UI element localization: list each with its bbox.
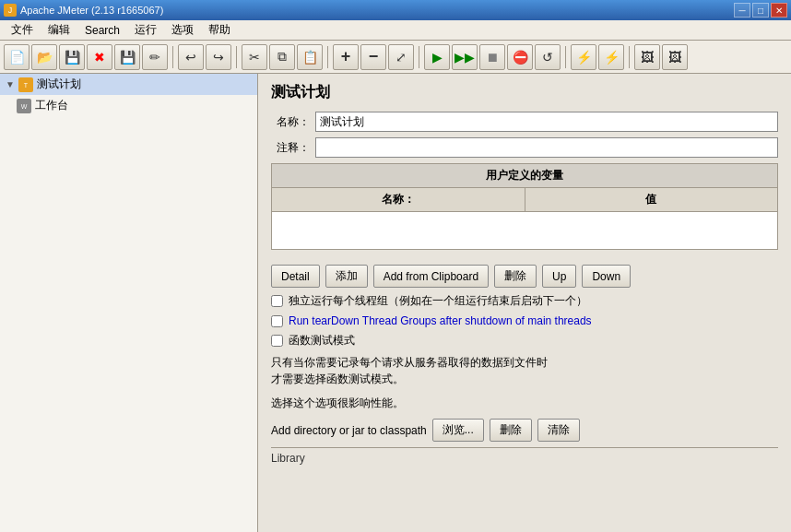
menu-run[interactable]: 运行 <box>127 20 164 40</box>
func-test-checkbox[interactable] <box>271 335 283 347</box>
add-button[interactable]: 添加 <box>325 265 368 288</box>
expand-arrow-test: ▼ <box>6 79 15 89</box>
teardown-checkbox[interactable] <box>271 315 283 327</box>
maximize-button[interactable]: □ <box>752 3 769 18</box>
remote-start-button[interactable]: ⚡ <box>571 44 596 70</box>
down-button[interactable]: Down <box>582 265 631 288</box>
toolbar: 📄 📂 💾 ✖ 💾 ✏ ↩ ↪ ✂ ⧉ 📋 + − ⤢ ▶ ▶▶ ⏹ ⛔ ↺ ⚡… <box>0 41 791 74</box>
panel-title: 测试计划 <box>271 83 778 102</box>
cut-button[interactable]: ✂ <box>242 44 267 70</box>
comment-input[interactable] <box>315 137 778 158</box>
menu-file[interactable]: 文件 <box>4 20 41 40</box>
clear-all-button[interactable]: ↺ <box>535 44 561 70</box>
independent-run-label: 独立运行每个线程组（例如在一个组运行结束后启动下一个） <box>289 293 587 309</box>
window-title: Apache JMeter (2.13 r1665067) <box>20 5 163 16</box>
comment-label: 注释： <box>271 140 310 156</box>
toolbar-separator <box>172 46 173 68</box>
workbench-icon: W <box>17 99 31 113</box>
image-button[interactable]: 🖼 <box>634 44 660 70</box>
toolbar-separator6 <box>629 46 630 68</box>
toolbar-separator3 <box>327 46 328 68</box>
add-node-button[interactable]: + <box>333 44 359 70</box>
tree-item-test-plan[interactable]: ▼ T 测试计划 <box>0 74 257 95</box>
save2-button[interactable]: 💾 <box>114 44 140 70</box>
name-row: 名称： <box>271 112 778 132</box>
name-label: 名称： <box>271 114 310 130</box>
shutdown-button[interactable]: ⛔ <box>507 44 533 70</box>
svg-text:T: T <box>24 82 29 89</box>
classpath-label: Add directory or jar to classpath <box>271 424 427 437</box>
remote-stop-button[interactable]: ⚡ <box>598 44 624 70</box>
clear-classpath-button[interactable]: 清除 <box>537 419 580 442</box>
image2-button[interactable]: 🖼 <box>662 44 688 70</box>
func-test-label: 函数测试模式 <box>289 333 355 349</box>
close-button[interactable]: ✕ <box>771 3 787 18</box>
up-button[interactable]: Up <box>542 265 576 288</box>
table-body <box>272 212 777 249</box>
toolbar-separator4 <box>419 46 419 68</box>
comment-row: 注释： <box>271 137 778 158</box>
menu-search[interactable]: Search <box>77 22 127 39</box>
minimize-button[interactable]: ─ <box>734 3 750 18</box>
menu-help[interactable]: 帮助 <box>201 20 238 40</box>
play-button[interactable]: ▶ <box>424 44 450 70</box>
user-vars-header: 用户定义的变量 <box>272 164 777 188</box>
new-button[interactable]: 📄 <box>4 44 30 70</box>
desc-text-1: 只有当你需要记录每个请求从服务器取得的数据到文件时 才需要选择函数测试模式。 <box>271 354 778 387</box>
copy-button[interactable]: ⧉ <box>269 44 295 70</box>
name-input[interactable] <box>315 112 778 132</box>
teardown-label: Run tearDown Thread Groups after shutdow… <box>289 314 592 327</box>
browse-button[interactable]: 浏览... <box>432 419 484 442</box>
add-from-clipboard-button[interactable]: Add from Clipboard <box>373 265 489 288</box>
toolbar-separator2 <box>236 46 237 68</box>
stop-button[interactable]: ⏹ <box>479 44 505 70</box>
paste-button[interactable]: 📋 <box>297 44 323 70</box>
redo-button[interactable]: ↪ <box>206 44 231 70</box>
col-name-header: 名称： <box>272 188 525 211</box>
delete-classpath-button[interactable]: 删除 <box>490 419 532 442</box>
remove-node-button[interactable]: − <box>360 44 386 70</box>
right-panel: 测试计划 名称： 注释： 用户定义的变量 名称： 值 Detail 添加 Add… <box>258 74 791 532</box>
delete-button[interactable]: 删除 <box>494 265 537 288</box>
tree-panel: ▼ T 测试计划 W 工作台 <box>0 74 258 532</box>
save-button[interactable]: 💾 <box>59 44 85 70</box>
open-button[interactable]: 📂 <box>31 44 57 70</box>
main-layout: ▼ T 测试计划 W 工作台 测试计划 名称： <box>0 74 791 532</box>
menu-options[interactable]: 选项 <box>164 20 201 40</box>
action-buttons-row: Detail 添加 Add from Clipboard 删除 Up Down <box>271 259 778 293</box>
undo-button[interactable]: ↩ <box>178 44 204 70</box>
library-label: Library <box>271 447 778 465</box>
menu-bar: 文件 编辑 Search 运行 选项 帮助 <box>0 20 791 41</box>
tree-item-test-plan-label: 测试计划 <box>37 77 81 92</box>
checkbox-row-func: 函数测试模式 <box>271 333 778 349</box>
user-vars-section: 用户定义的变量 名称： 值 <box>271 163 778 250</box>
clear-button[interactable]: ✖ <box>87 44 112 70</box>
independent-run-checkbox[interactable] <box>271 295 283 307</box>
edit-button[interactable]: ✏ <box>142 44 168 70</box>
desc-text-2: 选择这个选项很影响性能。 <box>271 395 778 411</box>
svg-text:W: W <box>21 103 28 110</box>
tree-item-workbench[interactable]: W 工作台 <box>0 95 257 116</box>
checkbox-row-teardown: Run tearDown Thread Groups after shutdow… <box>271 314 778 327</box>
menu-edit[interactable]: 编辑 <box>41 20 77 40</box>
app-icon: J <box>4 4 17 17</box>
col-val-header: 值 <box>525 188 778 211</box>
detail-button[interactable]: Detail <box>271 265 320 288</box>
test-plan-icon: T <box>18 77 33 92</box>
classpath-row: Add directory or jar to classpath 浏览... … <box>271 419 778 442</box>
tree-item-workbench-label: 工作台 <box>35 98 68 113</box>
play-no-pause-button[interactable]: ▶▶ <box>452 44 478 70</box>
checkbox-row-independent: 独立运行每个线程组（例如在一个组运行结束后启动下一个） <box>271 293 778 309</box>
toolbar-separator5 <box>565 46 566 68</box>
table-header: 名称： 值 <box>272 188 777 212</box>
title-bar: J Apache JMeter (2.13 r1665067) ─ □ ✕ <box>0 0 791 20</box>
expand-button[interactable]: ⤢ <box>388 44 414 70</box>
